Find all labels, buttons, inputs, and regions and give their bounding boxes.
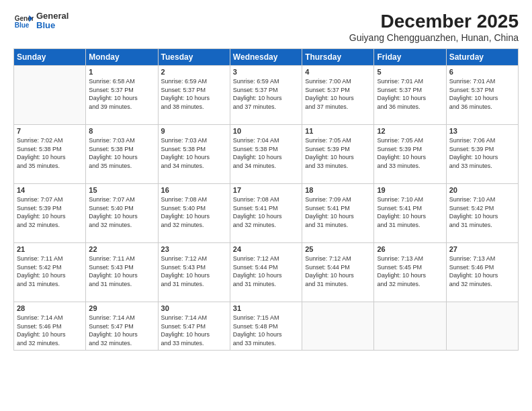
title-block: December 2025 Guiyang Chengguanzhen, Hun… bbox=[349, 11, 519, 43]
day-number: 22 bbox=[89, 245, 154, 253]
day-info: Sunrise: 7:11 AM Sunset: 5:42 PM Dayligh… bbox=[17, 255, 83, 288]
calendar-row-3: 21Sunrise: 7:11 AM Sunset: 5:42 PM Dayli… bbox=[14, 243, 519, 302]
day-number: 19 bbox=[377, 186, 443, 194]
svg-text:Blue: Blue bbox=[15, 21, 30, 29]
page-header: General Blue General Blue December 2025 … bbox=[13, 11, 519, 43]
calendar-cell: 24Sunrise: 7:12 AM Sunset: 5:44 PM Dayli… bbox=[230, 243, 302, 302]
calendar-cell: 21Sunrise: 7:11 AM Sunset: 5:42 PM Dayli… bbox=[14, 243, 86, 302]
location-title: Guiyang Chengguanzhen, Hunan, China bbox=[349, 32, 519, 43]
day-number: 29 bbox=[89, 304, 154, 312]
day-number: 20 bbox=[449, 186, 515, 194]
calendar-cell: 23Sunrise: 7:12 AM Sunset: 5:43 PM Dayli… bbox=[158, 243, 230, 302]
day-number: 10 bbox=[233, 127, 299, 135]
day-info: Sunrise: 7:13 AM Sunset: 5:46 PM Dayligh… bbox=[449, 255, 515, 288]
day-info: Sunrise: 6:59 AM Sunset: 5:37 PM Dayligh… bbox=[161, 77, 227, 111]
day-number: 17 bbox=[233, 186, 299, 194]
calendar-cell: 11Sunrise: 7:05 AM Sunset: 5:39 PM Dayli… bbox=[302, 125, 374, 184]
calendar-cell bbox=[14, 66, 86, 125]
calendar-cell: 3Sunrise: 6:59 AM Sunset: 5:37 PM Daylig… bbox=[230, 66, 302, 125]
day-number: 12 bbox=[377, 127, 443, 135]
day-info: Sunrise: 7:14 AM Sunset: 5:46 PM Dayligh… bbox=[17, 314, 83, 347]
calendar-row-2: 14Sunrise: 7:07 AM Sunset: 5:39 PM Dayli… bbox=[14, 184, 519, 243]
day-number: 7 bbox=[17, 127, 83, 135]
calendar-cell: 18Sunrise: 7:09 AM Sunset: 5:41 PM Dayli… bbox=[302, 184, 374, 243]
day-info: Sunrise: 7:12 AM Sunset: 5:44 PM Dayligh… bbox=[233, 255, 299, 288]
calendar-cell: 22Sunrise: 7:11 AM Sunset: 5:43 PM Dayli… bbox=[86, 243, 158, 302]
logo: General Blue General Blue bbox=[13, 11, 69, 31]
day-info: Sunrise: 7:09 AM Sunset: 5:41 PM Dayligh… bbox=[305, 195, 371, 229]
day-info: Sunrise: 7:15 AM Sunset: 5:48 PM Dayligh… bbox=[233, 314, 299, 347]
calendar-header-tuesday: Tuesday bbox=[158, 49, 230, 66]
calendar-cell bbox=[446, 302, 518, 351]
day-info: Sunrise: 7:07 AM Sunset: 5:40 PM Dayligh… bbox=[89, 195, 154, 229]
calendar-cell: 16Sunrise: 7:08 AM Sunset: 5:40 PM Dayli… bbox=[158, 184, 230, 243]
day-info: Sunrise: 7:08 AM Sunset: 5:41 PM Dayligh… bbox=[233, 195, 299, 229]
day-info: Sunrise: 7:13 AM Sunset: 5:45 PM Dayligh… bbox=[377, 255, 443, 288]
day-info: Sunrise: 7:06 AM Sunset: 5:39 PM Dayligh… bbox=[449, 136, 515, 170]
calendar-cell: 14Sunrise: 7:07 AM Sunset: 5:39 PM Dayli… bbox=[14, 184, 86, 243]
logo-text: General Blue bbox=[36, 11, 69, 31]
day-number: 3 bbox=[233, 68, 299, 76]
calendar-cell: 27Sunrise: 7:13 AM Sunset: 5:46 PM Dayli… bbox=[446, 243, 518, 302]
day-info: Sunrise: 7:05 AM Sunset: 5:39 PM Dayligh… bbox=[377, 136, 443, 170]
calendar-cell: 15Sunrise: 7:07 AM Sunset: 5:40 PM Dayli… bbox=[86, 184, 158, 243]
day-info: Sunrise: 7:05 AM Sunset: 5:39 PM Dayligh… bbox=[305, 136, 371, 170]
day-info: Sunrise: 7:11 AM Sunset: 5:43 PM Dayligh… bbox=[89, 255, 154, 288]
calendar-cell: 19Sunrise: 7:10 AM Sunset: 5:41 PM Dayli… bbox=[374, 184, 446, 243]
calendar-cell: 2Sunrise: 6:59 AM Sunset: 5:37 PM Daylig… bbox=[158, 66, 230, 125]
day-number: 24 bbox=[233, 245, 299, 253]
day-number: 1 bbox=[89, 68, 154, 76]
day-info: Sunrise: 7:07 AM Sunset: 5:39 PM Dayligh… bbox=[17, 195, 83, 229]
calendar-header-saturday: Saturday bbox=[446, 49, 518, 66]
month-title: December 2025 bbox=[349, 11, 519, 32]
day-info: Sunrise: 6:59 AM Sunset: 5:37 PM Dayligh… bbox=[233, 77, 299, 111]
calendar-header-friday: Friday bbox=[374, 49, 446, 66]
day-info: Sunrise: 7:10 AM Sunset: 5:41 PM Dayligh… bbox=[377, 195, 443, 229]
calendar-header-wednesday: Wednesday bbox=[230, 49, 302, 66]
logo-blue-text: Blue bbox=[36, 21, 69, 30]
day-number: 4 bbox=[305, 68, 371, 76]
calendar-table: SundayMondayTuesdayWednesdayThursdayFrid… bbox=[13, 48, 519, 351]
day-number: 25 bbox=[305, 245, 371, 253]
day-info: Sunrise: 7:08 AM Sunset: 5:40 PM Dayligh… bbox=[161, 195, 227, 229]
calendar-cell: 6Sunrise: 7:01 AM Sunset: 5:37 PM Daylig… bbox=[446, 66, 518, 125]
calendar-cell: 13Sunrise: 7:06 AM Sunset: 5:39 PM Dayli… bbox=[446, 125, 518, 184]
calendar-cell: 10Sunrise: 7:04 AM Sunset: 5:38 PM Dayli… bbox=[230, 125, 302, 184]
day-info: Sunrise: 7:02 AM Sunset: 5:38 PM Dayligh… bbox=[17, 136, 83, 170]
calendar-row-4: 28Sunrise: 7:14 AM Sunset: 5:46 PM Dayli… bbox=[14, 302, 519, 351]
calendar-cell: 4Sunrise: 7:00 AM Sunset: 5:37 PM Daylig… bbox=[302, 66, 374, 125]
day-info: Sunrise: 7:01 AM Sunset: 5:37 PM Dayligh… bbox=[449, 77, 515, 111]
calendar-cell: 30Sunrise: 7:14 AM Sunset: 5:47 PM Dayli… bbox=[158, 302, 230, 351]
day-number: 15 bbox=[89, 186, 154, 194]
day-info: Sunrise: 7:03 AM Sunset: 5:38 PM Dayligh… bbox=[89, 136, 154, 170]
day-number: 11 bbox=[305, 127, 371, 135]
day-number: 28 bbox=[17, 304, 83, 312]
day-number: 21 bbox=[17, 245, 83, 253]
logo-icon: General Blue bbox=[13, 11, 34, 31]
calendar-cell: 8Sunrise: 7:03 AM Sunset: 5:38 PM Daylig… bbox=[86, 125, 158, 184]
calendar-row-0: 1Sunrise: 6:58 AM Sunset: 5:37 PM Daylig… bbox=[14, 66, 519, 125]
calendar-cell bbox=[302, 302, 374, 351]
day-info: Sunrise: 7:12 AM Sunset: 5:43 PM Dayligh… bbox=[161, 255, 227, 288]
calendar-cell: 29Sunrise: 7:14 AM Sunset: 5:47 PM Dayli… bbox=[86, 302, 158, 351]
calendar-cell: 17Sunrise: 7:08 AM Sunset: 5:41 PM Dayli… bbox=[230, 184, 302, 243]
calendar-row-1: 7Sunrise: 7:02 AM Sunset: 5:38 PM Daylig… bbox=[14, 125, 519, 184]
logo-general-text: General bbox=[36, 11, 69, 21]
day-number: 6 bbox=[449, 68, 515, 76]
calendar-cell: 12Sunrise: 7:05 AM Sunset: 5:39 PM Dayli… bbox=[374, 125, 446, 184]
day-number: 5 bbox=[377, 68, 443, 76]
calendar-header-row: SundayMondayTuesdayWednesdayThursdayFrid… bbox=[14, 49, 519, 66]
day-info: Sunrise: 7:00 AM Sunset: 5:37 PM Dayligh… bbox=[305, 77, 371, 111]
day-number: 14 bbox=[17, 186, 83, 194]
calendar-header-monday: Monday bbox=[86, 49, 158, 66]
calendar-cell: 7Sunrise: 7:02 AM Sunset: 5:38 PM Daylig… bbox=[14, 125, 86, 184]
day-info: Sunrise: 7:14 AM Sunset: 5:47 PM Dayligh… bbox=[161, 314, 227, 347]
day-number: 26 bbox=[377, 245, 443, 253]
day-number: 9 bbox=[161, 127, 227, 135]
day-info: Sunrise: 7:14 AM Sunset: 5:47 PM Dayligh… bbox=[89, 314, 154, 347]
day-info: Sunrise: 7:12 AM Sunset: 5:44 PM Dayligh… bbox=[305, 255, 371, 288]
day-info: Sunrise: 7:03 AM Sunset: 5:38 PM Dayligh… bbox=[161, 136, 227, 170]
day-number: 8 bbox=[89, 127, 154, 135]
day-number: 30 bbox=[161, 304, 227, 312]
day-number: 27 bbox=[449, 245, 515, 253]
